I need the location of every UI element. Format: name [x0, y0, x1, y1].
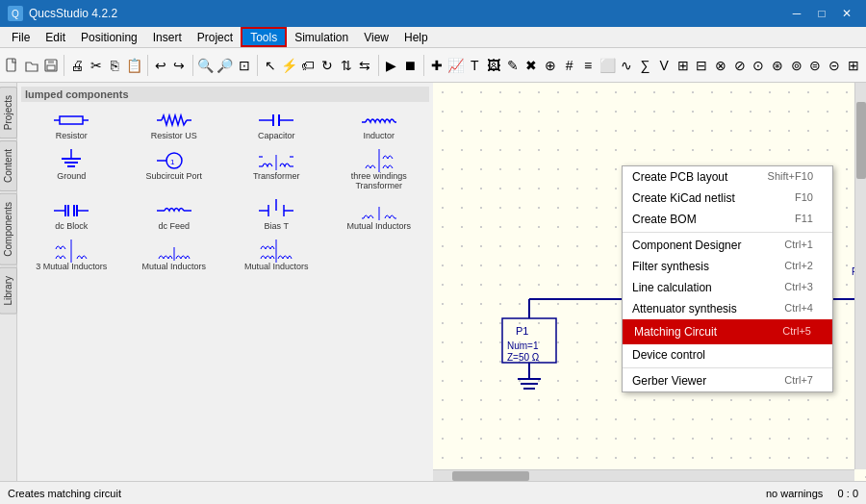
schematic-canvas[interactable]: P1 Num=1 Z=50 Ω R1 R=75.9 Ω C1 C=797 pF [433, 83, 866, 481]
toolbar-marker[interactable]: ✚ [427, 53, 446, 78]
comp-mutual[interactable]: Mutual Inductors [329, 196, 430, 235]
toolbar-zoom-in[interactable]: 🔍 [196, 53, 215, 78]
toolbar-stop[interactable]: ⏹ [401, 53, 420, 78]
menu-file[interactable]: File [4, 27, 38, 47]
comp-biast[interactable]: Bias T [226, 196, 327, 235]
menu-filter-synthesis[interactable]: Filter synthesis Ctrl+2 [623, 256, 832, 277]
toolbar-extra2[interactable]: ⊘ [730, 53, 749, 78]
toolbar-mirror-y[interactable]: ⇆ [356, 53, 374, 78]
menu-create-kicad[interactable]: Create KiCad netlist F10 [623, 188, 832, 209]
menu-edit[interactable]: Edit [38, 27, 73, 47]
toolbar-zoom-fit[interactable]: ⊡ [235, 53, 253, 78]
menu-device-control[interactable]: Device control [623, 344, 832, 365]
toolbar-copy[interactable]: ⎘ [106, 53, 124, 78]
toolbar-print[interactable]: 🖨 [68, 53, 87, 78]
menu-bar: File Edit Positioning Insert Project Too… [0, 27, 866, 48]
vtab-components[interactable]: Components [0, 193, 17, 265]
comp-resistor-us[interactable]: Resistor US [124, 106, 225, 144]
menu-tools[interactable]: Tools [241, 27, 287, 47]
vtab-content[interactable]: Content [0, 140, 17, 191]
menu-attenuator-synthesis[interactable]: Attenuator synthesis Ctrl+4 [623, 298, 832, 319]
toolbar-text[interactable]: T [466, 53, 484, 78]
comp-label-mutual: Mutual Inductors [346, 222, 411, 232]
scrollbar-vertical[interactable] [854, 83, 866, 469]
toolbar-extra6[interactable]: ⊜ [806, 53, 825, 78]
menu-create-kicad-shortcut: F10 [795, 191, 813, 205]
toolbar-undo[interactable]: ↩ [151, 53, 169, 78]
menu-line-calculation[interactable]: Line calculation Ctrl+3 [623, 277, 832, 298]
toolbar-select[interactable]: ↖ [262, 53, 280, 78]
toolbar-extra4[interactable]: ⊛ [769, 53, 787, 78]
toolbar-new[interactable] [4, 53, 22, 78]
menu-positioning[interactable]: Positioning [73, 27, 145, 47]
scrollbar-horizontal[interactable] [433, 469, 854, 481]
comp-label-resistor-us: Resistor US [151, 132, 197, 141]
maximize-button[interactable]: □ [810, 4, 833, 23]
toolbar-image[interactable]: 🖼 [485, 53, 503, 78]
comp-ground[interactable]: Ground [21, 146, 122, 194]
menu-create-pcb[interactable]: Create PCB layout Shift+F10 [623, 166, 832, 188]
components-panel: Projects Content Components Library lump… [0, 83, 433, 481]
toolbar-extra7[interactable]: ⊝ [826, 53, 844, 78]
menu-insert[interactable]: Insert [145, 27, 190, 47]
toolbar-math[interactable]: ∑ [636, 53, 654, 78]
minimize-button[interactable]: ─ [785, 4, 808, 23]
comp-transformer3[interactable]: three windings Transformer [329, 146, 430, 194]
toolbar-table[interactable]: ⊟ [693, 53, 711, 78]
toolbar-rotate[interactable]: ↻ [318, 53, 337, 78]
toolbar-align[interactable]: ≡ [579, 53, 598, 78]
comp-symbol-dcblock [54, 199, 89, 222]
toolbar-grid[interactable]: # [560, 53, 578, 78]
toolbar-paste[interactable]: 📋 [125, 53, 143, 78]
toolbar-wire[interactable]: ⚡ [280, 53, 298, 78]
toolbar-filter[interactable]: ∿ [618, 53, 636, 78]
toolbar-cut[interactable]: ✂ [87, 53, 105, 78]
comp-inductor[interactable]: Inductor [329, 106, 430, 144]
comp-mutual2[interactable]: Mutual Inductors [124, 237, 225, 275]
vtab-library[interactable]: Library [0, 267, 17, 315]
comp-port[interactable]: 1 Subcircuit Port [124, 146, 225, 194]
scrollbar-thumb-v[interactable] [856, 102, 866, 179]
menu-help[interactable]: Help [396, 27, 436, 47]
toolbar-extra1[interactable]: ⊗ [712, 53, 730, 78]
toolbar-save[interactable] [41, 53, 60, 78]
toolbar-graph[interactable]: 📈 [446, 53, 465, 78]
menu-component-designer[interactable]: Component Designer Ctrl+1 [623, 235, 832, 256]
toolbar-extra5[interactable]: ⊚ [787, 53, 805, 78]
comp-capacitor[interactable]: Capacitor [226, 106, 327, 144]
menu-gerber-viewer[interactable]: Gerber Viewer Ctrl+7 [623, 370, 832, 391]
toolbar-extra3[interactable]: ⊙ [750, 53, 768, 78]
comp-dcblock[interactable]: dc Block [21, 196, 122, 235]
menu-project[interactable]: Project [190, 27, 241, 47]
menu-simulation[interactable]: Simulation [287, 27, 356, 47]
toolbar-delete[interactable]: ✖ [522, 53, 541, 78]
menu-create-bom[interactable]: Create BOM F11 [623, 209, 832, 230]
comp-dcfeed[interactable]: dc Feed [124, 196, 225, 235]
toolbar-logic[interactable]: ⊞ [674, 53, 692, 78]
toolbar-open[interactable] [23, 53, 41, 78]
toolbar-sim[interactable]: ▶ [382, 53, 400, 78]
vtab-projects[interactable]: Projects [0, 87, 17, 139]
toolbar-edit2[interactable]: ✎ [503, 53, 522, 78]
comp-mutual3[interactable]: 3 Mutual Inductors [21, 237, 122, 275]
comp-mutual4[interactable]: Mutual Inductors [226, 237, 327, 275]
menu-line-calculation-label: Line calculation [632, 281, 712, 294]
toolbar-mirror-x[interactable]: ⇅ [337, 53, 355, 78]
menu-view[interactable]: View [356, 27, 396, 47]
toolbar-verilog[interactable]: V [655, 53, 674, 78]
toolbar-snap[interactable]: ⊕ [542, 53, 560, 78]
toolbar-redo[interactable]: ↪ [170, 53, 189, 78]
svg-rect-5 [60, 116, 83, 124]
toolbar-label[interactable]: 🏷 [299, 53, 318, 78]
scrollbar-thumb-h[interactable] [452, 471, 529, 481]
comp-transformer[interactable]: Transformer [226, 146, 327, 194]
toolbar-zoom-out[interactable]: 🔎 [216, 53, 234, 78]
app-title: QucsStudio 4.2.2 [29, 7, 117, 20]
toolbar-extra8[interactable]: ⊞ [844, 53, 862, 78]
close-button[interactable]: ✕ [835, 4, 858, 23]
comp-resistor[interactable]: Resistor [21, 106, 122, 144]
dropdown-sep-1 [623, 232, 832, 233]
menu-matching-circuit[interactable]: Matching Circuit Ctrl+5 [623, 319, 832, 344]
toolbar-schematic[interactable]: ⬜ [599, 53, 617, 78]
toolbar-sep-2 [147, 55, 148, 76]
